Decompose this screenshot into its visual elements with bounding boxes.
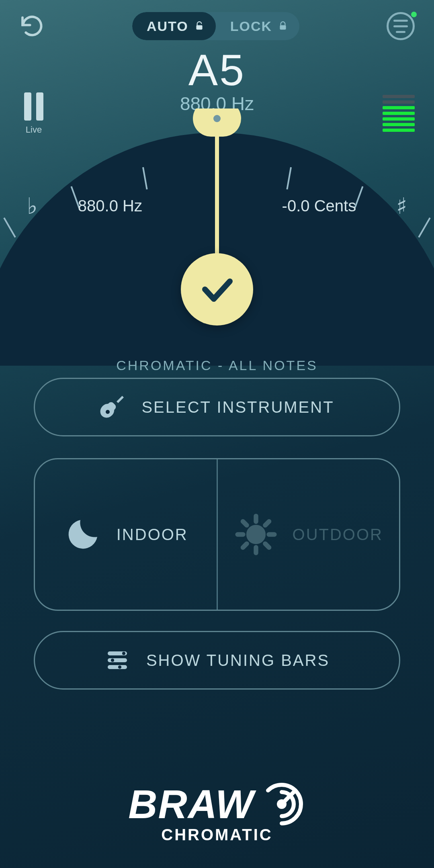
select-instrument-button[interactable]: SELECT INSTRUMENT bbox=[34, 378, 400, 436]
outdoor-button[interactable]: OUTDOOR bbox=[217, 459, 399, 610]
sun-icon bbox=[234, 512, 278, 557]
target-frequency: 880.0 Hz bbox=[78, 197, 142, 215]
indoor-button[interactable]: INDOOR bbox=[35, 459, 217, 610]
unlock-icon bbox=[194, 21, 205, 31]
svg-point-15 bbox=[111, 659, 114, 662]
app-logo: BRAW CHROMATIC bbox=[0, 780, 434, 844]
svg-line-11 bbox=[265, 521, 269, 525]
toggle-auto[interactable]: AUTO bbox=[132, 12, 216, 40]
tuning-mode-label: CHROMATIC - ALL NOTES bbox=[0, 358, 434, 373]
show-tuning-bars-label: SHOW TUNING BARS bbox=[146, 651, 330, 669]
toggle-lock-label: LOCK bbox=[230, 18, 272, 34]
environment-toggle: INDOOR OUTDOOR bbox=[34, 458, 400, 611]
sharp-icon: ♯ bbox=[390, 193, 414, 219]
moon-icon bbox=[63, 515, 102, 554]
svg-point-17 bbox=[118, 665, 121, 669]
menu-icon bbox=[393, 20, 408, 22]
brand-name: BRAW bbox=[128, 784, 254, 824]
outdoor-label: OUTDOOR bbox=[293, 526, 383, 544]
auto-lock-toggle[interactable]: AUTO LOCK bbox=[132, 12, 299, 40]
tuning-dial bbox=[0, 108, 434, 366]
svg-point-3 bbox=[248, 527, 263, 542]
guitar-icon bbox=[100, 394, 125, 420]
cents-offset: -0.0 Cents bbox=[282, 197, 356, 215]
in-tune-indicator bbox=[181, 253, 253, 326]
show-tuning-bars-button[interactable]: SHOW TUNING BARS bbox=[34, 631, 400, 690]
svg-rect-1 bbox=[280, 25, 286, 30]
svg-line-8 bbox=[243, 521, 247, 525]
svg-point-13 bbox=[122, 652, 125, 655]
select-instrument-label: SELECT INSTRUMENT bbox=[141, 398, 334, 416]
brand-subtitle: CHROMATIC bbox=[161, 826, 272, 844]
sliders-icon bbox=[104, 647, 130, 673]
status-indicator-icon bbox=[411, 12, 417, 17]
lock-icon bbox=[278, 21, 288, 31]
svg-line-10 bbox=[243, 544, 247, 548]
flat-icon: ♭ bbox=[20, 193, 44, 219]
toggle-lock[interactable]: LOCK bbox=[216, 12, 299, 40]
toggle-auto-label: AUTO bbox=[147, 18, 188, 34]
detected-note: A5 bbox=[0, 44, 434, 95]
svg-rect-16 bbox=[108, 665, 127, 669]
logo-mark-icon bbox=[258, 780, 306, 828]
menu-button[interactable] bbox=[387, 12, 415, 40]
reset-button[interactable] bbox=[19, 13, 45, 39]
svg-point-2 bbox=[106, 410, 110, 414]
svg-line-9 bbox=[265, 544, 269, 548]
svg-rect-0 bbox=[196, 25, 202, 30]
svg-rect-14 bbox=[108, 658, 127, 662]
indoor-label: INDOOR bbox=[117, 526, 188, 544]
